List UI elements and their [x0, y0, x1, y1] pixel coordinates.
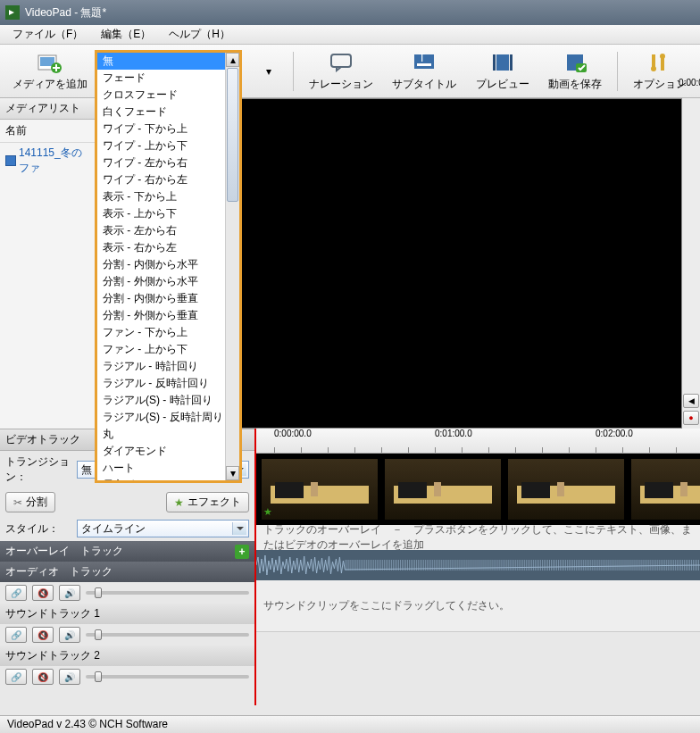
toolbar-separator	[617, 52, 618, 91]
menubar: ファイル（F） 編集（E） ヘルプ（H）	[0, 25, 700, 45]
sound-track-2-controls: 🔗 🔇 🔊	[0, 666, 254, 687]
scroll-thumb[interactable]	[227, 68, 238, 202]
style-label: スタイル：	[5, 521, 70, 537]
film-icon	[488, 50, 517, 75]
speech-bubble-icon	[327, 50, 355, 75]
style-row: スタイル： タイムライン	[0, 516, 254, 541]
transition-option[interactable]: ワイプ - 下から上	[97, 121, 225, 137]
transition-option[interactable]: 長方形	[97, 477, 225, 480]
options-button[interactable]: オプション	[625, 46, 695, 96]
volume-icon-button[interactable]: 🔊	[59, 627, 80, 643]
transition-option[interactable]: 白くフェード	[97, 104, 225, 121]
transition-option[interactable]: ダイアモンド	[97, 443, 225, 460]
svg-text:T: T	[419, 53, 426, 64]
transition-option-list: 無フェードクロスフェード白くフェードワイプ - 下から上ワイプ - 上から下ワイ…	[97, 53, 225, 480]
volume-slider[interactable]	[86, 675, 249, 679]
preview-button[interactable]: プレビュー	[468, 46, 538, 96]
toolbar-separator	[293, 52, 294, 91]
transition-option[interactable]: 分割 - 内側から水平	[97, 256, 225, 273]
link-button[interactable]: 🔗	[5, 669, 27, 685]
mute-button[interactable]: 🔇	[32, 669, 54, 685]
transition-dropdown-open: 無フェードクロスフェード白くフェードワイプ - 下から上ワイプ - 上から下ワイ…	[95, 50, 242, 483]
menu-edit[interactable]: 編集（E）	[92, 25, 160, 44]
media-list-name-column[interactable]: 名前	[0, 120, 95, 143]
link-button[interactable]: 🔗	[5, 627, 27, 643]
sound-track-1-header: サウンドトラック 1	[0, 604, 254, 624]
preview-side-controls: 0:00:0 ◀ ●	[682, 98, 700, 429]
transition-option[interactable]: クロスフェード	[97, 87, 225, 104]
dropdown-scrollbar[interactable]: ▴ ▾	[225, 53, 239, 480]
app-icon	[5, 5, 20, 20]
transition-option[interactable]: ハート	[97, 460, 225, 477]
add-media-icon	[36, 50, 64, 75]
transition-option[interactable]: ワイプ - 右から左	[97, 171, 225, 188]
audio-track-lane[interactable]	[256, 550, 700, 580]
media-list-panel: メディアリスト 名前 141115_冬のファ	[0, 98, 96, 429]
add-overlay-button[interactable]: +	[235, 545, 249, 559]
mute-button[interactable]: 🔇	[32, 627, 54, 643]
chevron-down-icon: ▾	[254, 59, 283, 84]
video-clip-thumbnail[interactable]	[262, 459, 378, 520]
transition-option[interactable]: 分割 - 外側から垂直	[97, 307, 225, 324]
subtitle-button[interactable]: T サブタイトル	[385, 46, 464, 96]
link-button[interactable]: 🔗	[5, 585, 27, 601]
effect-button[interactable]: ★ エフェクト	[166, 492, 249, 512]
transition-option[interactable]: ワイプ - 上から下	[97, 137, 225, 154]
svg-point-14	[651, 66, 656, 71]
transition-option[interactable]: ワイプ - 左から右	[97, 154, 225, 171]
transition-option[interactable]: ファン - 上から下	[97, 341, 225, 358]
tools-icon	[646, 50, 674, 75]
scroll-down-button[interactable]: ▾	[226, 466, 239, 480]
record-button[interactable]: ●	[683, 411, 699, 425]
transition-option[interactable]: ラジアル(S) - 時計回り	[97, 392, 225, 409]
scissors-icon: ✂	[13, 496, 22, 509]
volume-slider[interactable]	[86, 633, 249, 637]
volume-icon-button[interactable]: 🔊	[59, 585, 80, 601]
overlay-track-header: オーバーレイ トラック +	[0, 541, 254, 562]
transition-option[interactable]: 無	[97, 53, 225, 70]
transition-option[interactable]: 表示 - 下から上	[97, 188, 225, 205]
transition-option[interactable]: ラジアル - 反時計回り	[97, 375, 225, 392]
split-button[interactable]: ✂ 分割	[5, 492, 55, 512]
transition-option[interactable]: ラジアル(S) - 反時計周り	[97, 409, 225, 426]
transition-option[interactable]: ファン - 下から上	[97, 324, 225, 341]
menu-file[interactable]: ファイル（F）	[4, 25, 92, 44]
media-list-header: メディアリスト	[0, 98, 95, 120]
transition-option[interactable]: フェード	[97, 70, 225, 87]
status-bar: VideoPad v 2.43 © NCH Software	[0, 715, 700, 733]
timeline-content: 0:00:00.0 0:01:00.0 0:02:00.0 トラックのオーバーレ…	[254, 429, 700, 705]
volume-icon-button[interactable]: 🔊	[59, 669, 80, 685]
svg-point-16	[660, 54, 665, 59]
mute-button[interactable]: 🔇	[32, 585, 54, 601]
transition-option[interactable]: 分割 - 外側から水平	[97, 273, 225, 290]
dropdown-chevron[interactable]: ▾	[252, 55, 287, 87]
volume-slider[interactable]	[86, 591, 249, 595]
sound-track-lane[interactable]: サウンドクリップをここにドラッグしてください。	[256, 580, 700, 632]
transition-option[interactable]: 表示 - 左から右	[97, 222, 225, 239]
audio-track-controls: 🔗 🔇 🔊	[0, 582, 254, 604]
video-clip-thumbnail[interactable]	[385, 459, 501, 520]
menu-help[interactable]: ヘルプ（H）	[160, 25, 239, 44]
overlay-track-lane[interactable]: トラックのオーバーレイ － プラスボタンをクリックして、ここにテキスト、画像、ま…	[256, 525, 700, 550]
transition-option[interactable]: 表示 - 右から左	[97, 239, 225, 256]
timeline-ruler[interactable]: 0:00:00.0 0:01:00.0 0:02:00.0	[256, 429, 700, 454]
transition-option[interactable]: ラジアル - 時計回り	[97, 358, 225, 375]
svg-rect-4	[331, 54, 351, 67]
add-media-button[interactable]: メディアを追加	[5, 46, 96, 96]
save-video-button[interactable]: 動画を保存	[541, 46, 611, 96]
media-item-label: 141115_冬のファ	[19, 146, 89, 176]
style-select[interactable]: タイムライン	[77, 520, 249, 537]
transition-option[interactable]: 表示 - 上から下	[97, 205, 225, 222]
prev-frame-button[interactable]: ◀	[683, 394, 699, 408]
window-title: VideoPad - 無題*	[25, 5, 106, 21]
transition-option[interactable]: 分割 - 内側から垂直	[97, 290, 225, 307]
window-titlebar: VideoPad - 無題*	[0, 0, 700, 25]
media-item[interactable]: 141115_冬のファ	[0, 143, 95, 179]
video-track-lane[interactable]	[256, 454, 700, 525]
save-check-icon	[561, 50, 589, 75]
narration-button[interactable]: ナレーション	[301, 46, 380, 96]
video-clip-thumbnail[interactable]	[508, 459, 624, 520]
video-clip-thumbnail[interactable]	[631, 459, 700, 520]
transition-option[interactable]: 丸	[97, 426, 225, 443]
scroll-up-button[interactable]: ▴	[226, 53, 239, 67]
